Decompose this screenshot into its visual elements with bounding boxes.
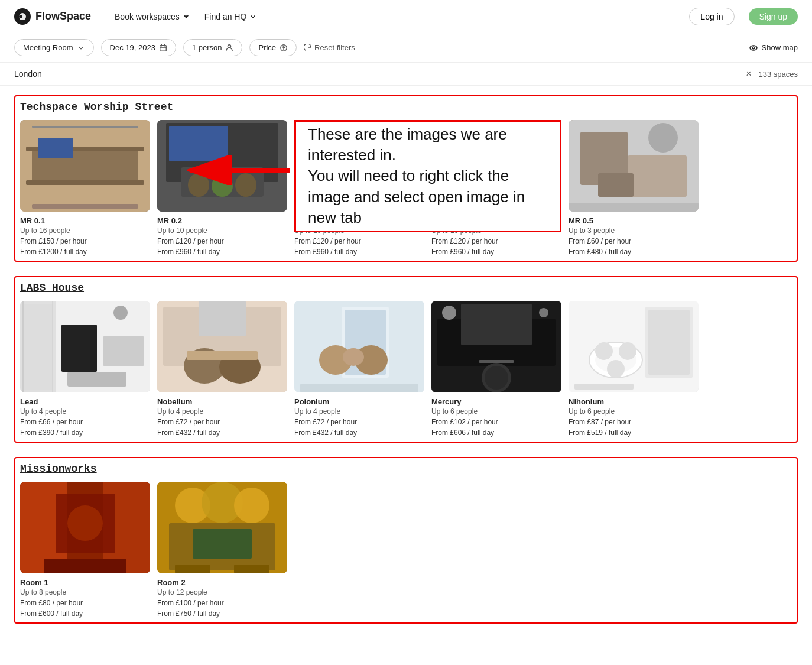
room-image-mr05 <box>569 120 699 212</box>
svg-point-89 <box>234 488 269 523</box>
svg-rect-2 <box>160 45 167 51</box>
date-filter[interactable]: Dec 19, 2023 <box>101 39 176 56</box>
room-card-mr01[interactable]: MR 0.1 Up to 16 people From £150 / per h… <box>20 120 150 256</box>
room-img-svg-mr02 <box>157 120 287 212</box>
eye-icon <box>749 43 758 53</box>
room-image-nihonium <box>569 301 699 392</box>
svg-point-84 <box>67 505 103 541</box>
svg-point-76 <box>595 342 613 360</box>
signup-button[interactable]: Sign up <box>749 8 798 25</box>
room-name-mr02: MR 0.2 <box>157 216 287 225</box>
svg-rect-39 <box>598 173 634 197</box>
svg-point-37 <box>648 123 678 153</box>
svg-point-67 <box>539 308 548 317</box>
rooms-row-missionworks: Room 1 Up to 8 people From £80 / per hou… <box>20 482 792 618</box>
room-price-hour-nobelium: From £72 / per hour <box>157 418 287 426</box>
svg-rect-40 <box>569 203 699 212</box>
svg-point-21 <box>188 173 209 197</box>
room-price-hour-mercury: From £102 / per hour <box>431 418 561 426</box>
svg-rect-38 <box>628 155 687 197</box>
svg-rect-15 <box>32 126 138 128</box>
room-price-day-mr04: From £960 / full day <box>431 248 561 256</box>
room-image-mr02 <box>157 120 287 212</box>
room-price-hour-mr04: From £120 / per hour <box>431 237 561 245</box>
room-image-mercury <box>431 301 561 392</box>
nav-book-workspaces[interactable]: Book workspaces <box>115 12 190 21</box>
room-capacity-polonium: Up to 4 people <box>294 407 424 416</box>
room-price-hour-miss1: From £80 / per hour <box>20 599 150 607</box>
room-card-mr05[interactable]: MR 0.5 Up to 3 people From £60 / per hou… <box>569 120 699 256</box>
svg-rect-54 <box>187 351 258 360</box>
svg-rect-62 <box>300 384 418 392</box>
rooms-row-techspace: MR 0.1 Up to 16 people From £150 / per h… <box>20 120 792 256</box>
nav-find-hq[interactable]: Find an HQ <box>204 12 258 21</box>
svg-point-61 <box>343 348 364 366</box>
svg-rect-70 <box>479 360 514 363</box>
room-image-polonium <box>294 301 424 392</box>
room-card-nihonium[interactable]: Nihonium Up to 6 people From £87 / per h… <box>569 301 699 437</box>
room-image-mr01 <box>20 120 150 212</box>
room-img-svg-mercury <box>431 301 561 392</box>
calendar-icon <box>159 44 167 52</box>
room-price-day-mr02: From £960 / full day <box>157 248 287 256</box>
svg-rect-19 <box>169 126 228 161</box>
room-capacity-miss2: Up to 12 people <box>157 588 287 596</box>
location-bar: London × 133 spaces <box>0 63 812 86</box>
room-card-nobelium[interactable]: Nobelium Up to 4 people From £72 / per h… <box>157 301 287 437</box>
svg-point-6 <box>228 44 231 47</box>
room-price-hour-nihonium: From £87 / per hour <box>569 418 699 426</box>
logo[interactable]: FlowSpace <box>14 8 91 25</box>
svg-rect-73 <box>648 310 690 375</box>
room-price-day-polonium: From £432 / full day <box>294 429 424 437</box>
room-img-svg-polonium <box>294 301 424 392</box>
room-card-mr02[interactable]: MR 0.2 Up to 10 people From £120 / per h… <box>157 120 287 256</box>
login-button[interactable]: Log in <box>689 8 734 25</box>
room-card-lead[interactable]: Lead Up to 4 people From £66 / per hour … <box>20 301 150 437</box>
chevron-down-icon-3 <box>77 44 85 52</box>
room-name-lead: Lead <box>20 397 150 406</box>
room-name-nobelium: Nobelium <box>157 397 287 406</box>
persons-filter[interactable]: 1 person <box>183 39 243 56</box>
room-card-polonium[interactable]: Polonium Up to 4 people From £72 / per h… <box>294 301 424 437</box>
show-map-button[interactable]: Show map <box>749 43 798 53</box>
venue-title-missionworks[interactable]: Missionworks <box>20 463 792 475</box>
room-img-svg-miss2 <box>157 482 287 573</box>
room-price-hour-lead: From £66 / per hour <box>20 418 150 426</box>
room-price-day-mercury: From £606 / full day <box>431 429 561 437</box>
location-close-button[interactable]: × <box>739 69 758 79</box>
room-price-day-mr01: From £1200 / full day <box>20 248 150 256</box>
room-name-mr01: MR 0.1 <box>20 216 150 225</box>
room-card-miss1[interactable]: Room 1 Up to 8 people From £80 / per hou… <box>20 482 150 618</box>
price-icon <box>280 44 288 52</box>
workspace-type-filter[interactable]: Meeting Room <box>14 39 94 56</box>
svg-point-78 <box>607 360 625 378</box>
overlay-instruction-box: These are the images we are interested i… <box>294 120 561 232</box>
venue-title-labs[interactable]: LABS House <box>20 282 792 294</box>
venue-title-techspace[interactable]: Techspace Worship Street <box>20 101 792 113</box>
room-capacity-mercury: Up to 6 people <box>431 407 561 416</box>
svg-rect-55 <box>199 301 246 336</box>
reset-filters-button[interactable]: Reset filters <box>304 43 355 52</box>
venue-group-techspace: Techspace Worship Street <box>14 95 798 262</box>
room-name-polonium: Polonium <box>294 397 424 406</box>
person-icon <box>225 44 233 52</box>
room-price-hour-miss2: From £100 / per hour <box>157 599 287 607</box>
room-capacity-miss1: Up to 8 people <box>20 588 150 596</box>
refresh-icon <box>304 44 312 52</box>
room-img-svg-mr01 <box>20 120 150 212</box>
svg-rect-85 <box>44 559 126 573</box>
filter-bar: Meeting Room Dec 19, 2023 1 person Price… <box>0 33 812 63</box>
room-image-lead <box>20 301 150 392</box>
room-card-mercury[interactable]: Mercury Up to 6 people From £102 / per h… <box>431 301 561 437</box>
price-filter[interactable]: Price <box>249 39 297 56</box>
room-image-nobelium <box>157 301 287 392</box>
svg-rect-93 <box>234 565 269 573</box>
room-price-day-nihonium: From £519 / full day <box>569 429 699 437</box>
svg-point-22 <box>212 176 233 197</box>
svg-point-1 <box>19 15 22 18</box>
room-card-miss2[interactable]: Room 2 Up to 12 people From £100 / per h… <box>157 482 287 618</box>
room-price-day-nobelium: From £432 / full day <box>157 429 287 437</box>
svg-point-49 <box>113 306 128 320</box>
room-capacity-nihonium: Up to 6 people <box>569 407 699 416</box>
navbar: FlowSpace Book workspaces Find an HQ Log… <box>0 0 812 33</box>
